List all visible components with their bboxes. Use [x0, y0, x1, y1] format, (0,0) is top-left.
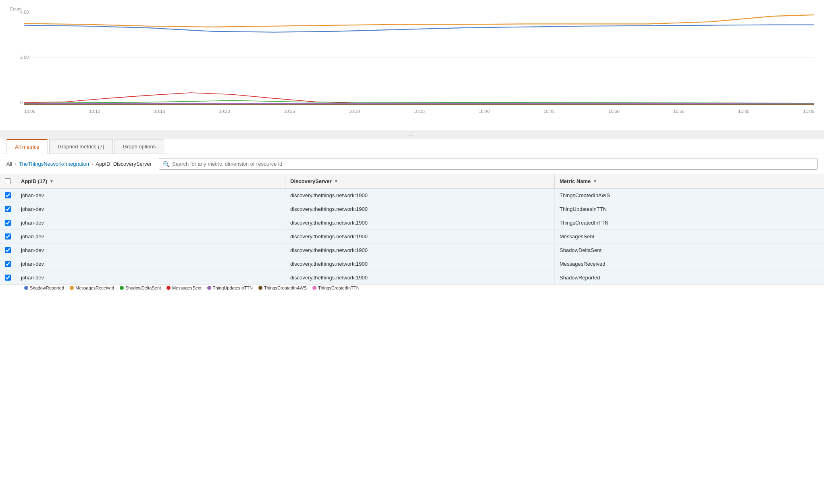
row-checkbox-cell-3[interactable]	[0, 230, 16, 243]
legend-dot	[120, 286, 124, 290]
legend-dot	[70, 286, 74, 290]
row-appid-1: johan-dev	[16, 202, 285, 216]
x-tick-12: 11:05	[803, 109, 814, 114]
table-row: johan-dev discovery.thethings.network:19…	[0, 202, 824, 216]
row-checkbox-cell-4[interactable]	[0, 244, 16, 257]
legend-item-messagesreceived: MessagesReceived	[70, 285, 114, 290]
search-icon: 🔍	[163, 161, 170, 167]
legend-dot	[207, 286, 211, 290]
row-metric-5: MessagesReceived	[555, 257, 824, 271]
x-tick-11: 11:00	[738, 109, 749, 114]
legend-container: ShadowReportedMessagesReceivedShadowDelt…	[0, 285, 824, 293]
x-tick-6: 10:35	[414, 109, 425, 114]
x-tick-1: 10:10	[89, 109, 100, 114]
chart-svg-wrapper	[24, 10, 814, 105]
row-server-0: discovery.thethings.network:1900	[285, 189, 555, 202]
row-server-4: discovery.thethings.network:1900	[285, 244, 555, 257]
row-checkbox-cell-0[interactable]	[0, 189, 16, 202]
row-metric-3: MessagesSent	[555, 230, 824, 243]
row-checkbox-2[interactable]	[5, 220, 11, 226]
row-metric-4: ShadowDeltaSent	[555, 244, 824, 257]
row-checkbox-cell-1[interactable]	[0, 202, 16, 216]
row-appid-0: johan-dev	[16, 189, 285, 202]
legend-item-thingscreatedinaws: ThingsCreatedInAWS	[258, 285, 307, 290]
breadcrumb-sep-1: ›	[15, 161, 16, 167]
row-checkbox-6[interactable]	[5, 275, 11, 281]
tab-all-metrics[interactable]: All metrics	[6, 139, 48, 154]
breadcrumb-current: AppID, DiscoveryServer	[96, 161, 152, 167]
th-discovery-server: DiscoveryServer ▼	[285, 174, 555, 188]
row-server-2: discovery.thethings.network:1900	[285, 216, 555, 229]
table-row: johan-dev discovery.thethings.network:19…	[0, 257, 824, 271]
x-tick-9: 10:50	[608, 109, 620, 114]
tab-graphed-metrics[interactable]: Graphed metrics (7)	[49, 139, 113, 154]
table-row: johan-dev discovery.thethings.network:19…	[0, 244, 824, 257]
table-row: johan-dev discovery.thethings.network:19…	[0, 230, 824, 244]
search-input[interactable]	[159, 158, 818, 170]
legend-row	[0, 125, 824, 131]
legend-dot	[166, 286, 171, 290]
x-tick-0: 10:05	[24, 109, 35, 114]
row-metric-2: ThingsCreatedInTTN	[555, 216, 824, 229]
row-metric-0: ThingsCreatedInAWS	[555, 189, 824, 202]
search-wrapper: 🔍	[159, 158, 818, 170]
drag-dots-icon: ···	[408, 132, 416, 138]
th-metric-name: Metric Name ▼	[555, 174, 824, 188]
row-metric-1: ThingUpdatesInTTN	[555, 202, 824, 216]
row-server-3: discovery.thethings.network:1900	[285, 230, 555, 243]
row-appid-3: johan-dev	[16, 230, 285, 243]
legend-item-shadowdeltasent: ShadowDeltaSent	[120, 285, 161, 290]
x-tick-7: 10:40	[479, 109, 490, 114]
table-row: johan-dev discovery.thethings.network:19…	[0, 271, 824, 285]
th-appid: AppID (17) ▼	[16, 174, 285, 188]
server-sort-icon[interactable]: ▼	[334, 179, 338, 183]
table-row: johan-dev discovery.thethings.network:19…	[0, 216, 824, 230]
row-checkbox-cell-6[interactable]	[0, 271, 16, 284]
row-metric-6: ShadowReported	[555, 271, 824, 284]
legend-item-messagessent: MessagesSent	[166, 285, 202, 290]
row-checkbox-cell-2[interactable]	[0, 216, 16, 229]
appid-sort-icon[interactable]: ▼	[50, 179, 54, 183]
row-checkbox-3[interactable]	[5, 233, 11, 240]
legend-item-thingscreatedinttn: ThingsCreatedInTTN	[312, 285, 360, 290]
x-tick-4: 10:25	[284, 109, 295, 114]
table-body: johan-dev discovery.thethings.network:19…	[0, 189, 824, 285]
legend-dot	[24, 286, 28, 290]
tabs-row: All metrics Graphed metrics (7) Graph op…	[0, 139, 824, 154]
row-server-5: discovery.thethings.network:1900	[285, 257, 555, 271]
row-appid-6: johan-dev	[16, 271, 285, 284]
legend-dot	[312, 286, 316, 290]
legend-item-thingupdatesinttn: ThingUpdatesInTTN	[207, 285, 253, 290]
table-row: johan-dev discovery.thethings.network:19…	[0, 189, 824, 202]
row-checkbox-4[interactable]	[5, 247, 11, 253]
y-axis-label: Count	[10, 6, 21, 11]
metrics-table: AppID (17) ▼ DiscoveryServer ▼ Metric Na…	[0, 174, 824, 285]
row-checkbox-5[interactable]	[5, 261, 11, 267]
breadcrumb-all: All	[6, 161, 12, 167]
x-axis: 10:05 10:10 10:15 10:20 10:25 10:30 10:3…	[24, 109, 814, 114]
x-tick-8: 10:45	[543, 109, 555, 114]
x-tick-3: 10:20	[219, 109, 230, 114]
x-tick-5: 10:30	[349, 109, 360, 114]
legend-item-shadowreported: ShadowReported	[24, 285, 64, 290]
legend-dot	[258, 286, 262, 290]
row-checkbox-1[interactable]	[5, 206, 11, 212]
header-checkbox[interactable]	[5, 178, 11, 184]
metric-sort-icon[interactable]: ▼	[593, 179, 597, 183]
header-checkbox-cell[interactable]	[0, 174, 16, 188]
row-checkbox-cell-5[interactable]	[0, 257, 16, 271]
row-server-6: discovery.thethings.network:1900	[285, 271, 555, 284]
chart-area: Count 4.00 2.00 0	[0, 0, 824, 125]
x-tick-10: 10:55	[673, 109, 685, 114]
row-appid-5: johan-dev	[16, 257, 285, 271]
table-header: AppID (17) ▼ DiscoveryServer ▼ Metric Na…	[0, 174, 824, 189]
tab-graph-options[interactable]: Graph options	[114, 139, 164, 154]
breadcrumb-link[interactable]: TheThingsNetwork/Integration	[19, 161, 89, 167]
resize-handle[interactable]: ···	[0, 131, 824, 139]
row-appid-2: johan-dev	[16, 216, 285, 229]
breadcrumb-sep-2: ›	[92, 161, 93, 167]
chart-svg	[24, 10, 814, 105]
row-appid-4: johan-dev	[16, 244, 285, 257]
row-server-1: discovery.thethings.network:1900	[285, 202, 555, 216]
row-checkbox-0[interactable]	[5, 192, 11, 198]
